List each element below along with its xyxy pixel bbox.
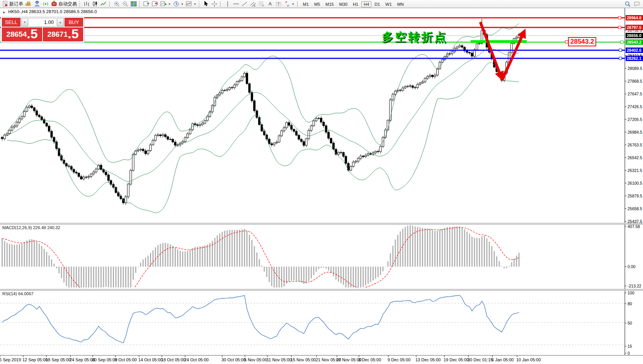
time-label: 3 Dec 05:00 bbox=[358, 357, 381, 362]
periods-button[interactable]: ▼ bbox=[172, 0, 185, 7]
channel-tool[interactable]: E bbox=[249, 0, 257, 7]
toolbar-right bbox=[624, 1, 642, 7]
sell-price[interactable]: 28654.5 bbox=[2, 27, 42, 41]
svg-text:26321.5: 26321.5 bbox=[628, 168, 642, 173]
timeframe-M15[interactable]: M15 bbox=[323, 1, 336, 7]
timeframe-H4[interactable]: H4 bbox=[361, 1, 371, 7]
signals-button[interactable] bbox=[41, 0, 50, 7]
line-handle bbox=[621, 41, 623, 44]
toolbar-separator bbox=[109, 1, 111, 7]
svg-text:28089.5: 28089.5 bbox=[628, 66, 642, 71]
timeframe-M30[interactable]: M30 bbox=[337, 1, 350, 7]
zoom-in-button[interactable] bbox=[112, 0, 121, 7]
time-label: 15 Nov 05:00 bbox=[291, 357, 316, 362]
fibonacci-icon: F bbox=[259, 1, 265, 7]
sell-button[interactable]: SELL bbox=[2, 18, 20, 27]
svg-text:26984.5: 26984.5 bbox=[628, 130, 642, 134]
templates-button[interactable]: ▼ bbox=[185, 0, 197, 7]
autotrade-button[interactable]: 自动交易 bbox=[50, 0, 78, 8]
line-chart-button[interactable] bbox=[99, 0, 108, 7]
chart-canvas[interactable]: 28752.528310.528089.527868.527647.527426… bbox=[0, 0, 643, 364]
toolbar-separator bbox=[220, 1, 222, 7]
timeframe-M1[interactable]: M1 bbox=[301, 1, 311, 7]
text-label-tool[interactable]: T bbox=[274, 0, 283, 7]
new-order-icon bbox=[2, 1, 8, 7]
time-label: 5 Nov 05:00 bbox=[244, 357, 267, 362]
dropdown-caret-icon[interactable]: ▼ bbox=[181, 3, 184, 5]
dropdown-caret-icon[interactable]: ▼ bbox=[292, 3, 294, 5]
fibonacci-tool[interactable]: F bbox=[257, 0, 266, 7]
autotrade-label: 自动交易 bbox=[58, 1, 77, 7]
time-label: 19 Dec 05:00 bbox=[444, 357, 469, 362]
rsi-line bbox=[2, 296, 519, 343]
macd-header: MACD(12,26,9) 226.49 240.32 bbox=[2, 225, 60, 230]
text-tool[interactable]: A bbox=[266, 0, 274, 7]
tile-windows-button[interactable] bbox=[129, 0, 138, 7]
svg-text:26100.5: 26100.5 bbox=[628, 181, 642, 185]
indicators-button[interactable]: ▼ bbox=[159, 0, 172, 7]
time-label: 6 Sep 2019 bbox=[0, 357, 21, 362]
candle-chart-button[interactable] bbox=[91, 0, 99, 7]
market-watch-button[interactable] bbox=[24, 0, 33, 7]
vertical-line-icon bbox=[225, 1, 231, 7]
timeframe-MN[interactable]: MN bbox=[395, 1, 406, 7]
zoom-out-icon bbox=[122, 1, 128, 7]
chart-shift-button[interactable] bbox=[142, 0, 151, 7]
support-button[interactable] bbox=[33, 0, 41, 7]
trendline-tool[interactable] bbox=[240, 0, 249, 7]
trendline-icon bbox=[242, 1, 248, 7]
timeframe-D1[interactable]: D1 bbox=[372, 1, 382, 7]
new-order-button[interactable]: 新订单 bbox=[1, 0, 24, 8]
svg-text:28262.1: 28262.1 bbox=[627, 56, 641, 61]
price-level-tag[interactable]: 28543.2 bbox=[568, 37, 596, 46]
time-label: 9 Dec 05:00 bbox=[388, 357, 410, 362]
zoom-out-button[interactable] bbox=[121, 0, 129, 7]
text-a-icon: A bbox=[267, 1, 273, 7]
chat-icon[interactable] bbox=[634, 1, 640, 7]
hline-objects[interactable] bbox=[0, 17, 625, 60]
arrows-tool[interactable]: ▼ bbox=[283, 0, 296, 7]
vline-tool[interactable] bbox=[223, 0, 232, 7]
timeframe-bar: M1M5M15M30H1H4D1W1MN bbox=[300, 0, 407, 7]
buy-price-main: 28671 bbox=[47, 29, 68, 40]
svg-text:-213.22: -213.22 bbox=[628, 284, 641, 288]
toolbar-separator bbox=[297, 1, 299, 7]
turning-point-annotation[interactable]: 多空转折点 bbox=[382, 29, 447, 45]
cursor-tool[interactable] bbox=[202, 0, 210, 7]
time-label: 24 Sep 05:00 bbox=[70, 357, 95, 362]
timeframe-W1[interactable]: W1 bbox=[383, 1, 394, 7]
macd-signal-line bbox=[2, 227, 519, 294]
volume-input[interactable] bbox=[29, 18, 56, 27]
rsi-pane bbox=[0, 296, 625, 345]
volume-increase-button[interactable]: ▲ bbox=[57, 18, 64, 27]
rsi-header: RSI(14) 64.0067 bbox=[2, 291, 34, 296]
volume-decrease-button[interactable]: ▼ bbox=[21, 18, 28, 27]
bar-chart-button[interactable] bbox=[82, 0, 91, 7]
new-order-label: 新订单 bbox=[9, 1, 23, 7]
tile-windows-icon bbox=[131, 1, 137, 7]
collapse-arrow-icon[interactable]: ▲ bbox=[2, 10, 5, 14]
search-icon[interactable] bbox=[624, 1, 631, 7]
cursor-icon bbox=[203, 1, 209, 7]
svg-text:27205.5: 27205.5 bbox=[628, 117, 642, 122]
dropdown-caret-icon[interactable]: ▼ bbox=[168, 3, 171, 5]
chart-autoscroll-button[interactable] bbox=[151, 0, 159, 7]
buy-price-frac: .5 bbox=[68, 27, 78, 40]
timeframe-M5[interactable]: M5 bbox=[312, 1, 322, 7]
svg-text:25879.5: 25879.5 bbox=[628, 194, 642, 198]
hline-tool[interactable] bbox=[232, 0, 240, 7]
buy-button[interactable]: BUY bbox=[65, 18, 83, 27]
crosshair-tool[interactable] bbox=[210, 0, 219, 7]
buy-price[interactable]: 28671.5 bbox=[43, 27, 83, 41]
dropdown-caret-icon[interactable]: ▼ bbox=[194, 3, 196, 5]
add-indicator-icon bbox=[160, 1, 167, 7]
crosshair-icon bbox=[211, 1, 218, 7]
svg-text:80: 80 bbox=[628, 301, 632, 306]
symbol-period: HK50-,H4 bbox=[8, 9, 28, 14]
svg-text:E: E bbox=[254, 5, 255, 7]
tag-handle bbox=[565, 41, 568, 43]
timeframe-H1[interactable]: H1 bbox=[350, 1, 361, 7]
time-label: 6 Jan 05:00 bbox=[492, 357, 514, 362]
ohlc-bars-icon bbox=[83, 1, 90, 7]
arrows-icon bbox=[284, 1, 290, 7]
